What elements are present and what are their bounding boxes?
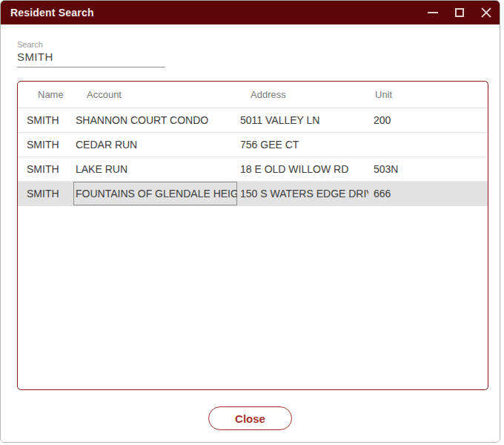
cell-address[interactable]: 18 E OLD WILLOW RD	[237, 156, 368, 181]
table-row[interactable]: SMITHCEDAR RUN756 GEE CT	[18, 132, 488, 156]
search-label: Search	[17, 40, 165, 49]
results-table: Name Account Address Unit SMITHSHANNON C…	[18, 82, 488, 206]
window-title: Resident Search	[10, 7, 94, 19]
window-controls	[420, 1, 500, 24]
table-row[interactable]: SMITHLAKE RUN18 E OLD WILLOW RD503N	[18, 156, 488, 181]
dialog-content: Search Name Account Address Unit SMITHSH…	[1, 24, 500, 442]
cell-unit[interactable]: 503N	[368, 156, 488, 181]
cell-account[interactable]: SHANNON COURT CONDO	[73, 108, 237, 132]
window-close-button[interactable]	[473, 1, 500, 24]
cell-address[interactable]: 150 S WATERS EDGE DRIVE	[237, 181, 368, 205]
resident-search-window: Resident Search Search	[0, 0, 500, 443]
cell-account[interactable]: CEDAR RUN	[73, 132, 237, 156]
table-header-row: Name Account Address Unit	[18, 82, 488, 108]
column-header-unit: Unit	[368, 82, 488, 108]
cell-name[interactable]: SMITH	[18, 181, 73, 205]
table-row[interactable]: SMITHFOUNTAINS OF GLENDALE HEIGHTS150 S …	[18, 181, 488, 205]
column-header-name: Name	[18, 82, 73, 108]
cell-unit[interactable]: 666	[368, 181, 488, 205]
table-row[interactable]: SMITHSHANNON COURT CONDO5011 VALLEY LN20…	[18, 108, 488, 132]
cell-account[interactable]: FOUNTAINS OF GLENDALE HEIGHTS	[73, 181, 237, 205]
search-field: Search	[17, 40, 165, 67]
titlebar[interactable]: Resident Search	[1, 1, 500, 24]
cell-address[interactable]: 756 GEE CT	[237, 132, 368, 156]
close-button[interactable]: Close	[208, 406, 292, 430]
minimize-button[interactable]	[420, 1, 446, 24]
cell-name[interactable]: SMITH	[18, 108, 73, 132]
close-icon	[481, 7, 491, 18]
cell-name[interactable]: SMITH	[18, 132, 73, 156]
cell-unit[interactable]: 200	[368, 108, 488, 132]
cell-unit[interactable]	[368, 132, 488, 156]
cell-address[interactable]: 5011 VALLEY LN	[237, 108, 368, 132]
maximize-icon	[455, 8, 464, 17]
dialog-footer: Close	[1, 406, 500, 430]
search-input[interactable]	[17, 50, 165, 67]
minimize-icon	[428, 12, 438, 13]
results-grid: Name Account Address Unit SMITHSHANNON C…	[17, 81, 488, 390]
column-header-address: Address	[237, 82, 368, 108]
table-body: SMITHSHANNON COURT CONDO5011 VALLEY LN20…	[18, 108, 488, 205]
column-header-account: Account	[73, 82, 237, 108]
maximize-button[interactable]	[446, 1, 473, 24]
cell-account[interactable]: LAKE RUN	[73, 156, 237, 181]
cell-name[interactable]: SMITH	[18, 156, 73, 181]
